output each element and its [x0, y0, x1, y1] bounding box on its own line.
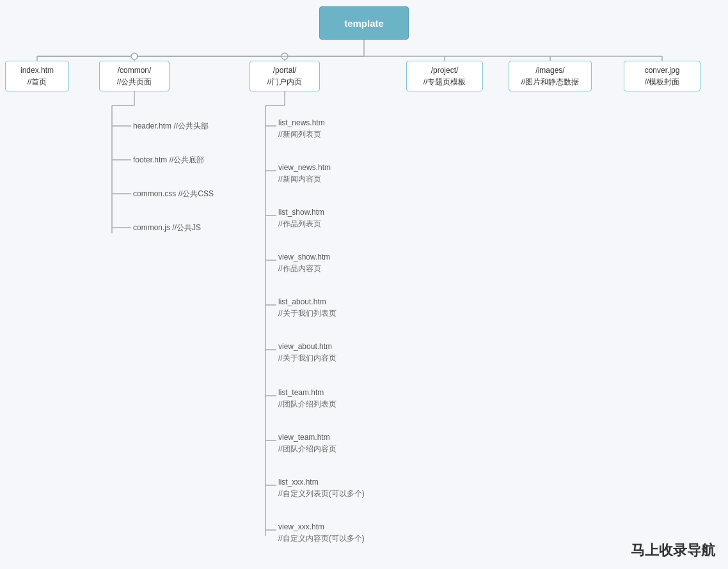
watermark: 马上收录导航	[631, 541, 715, 560]
svg-point-10	[131, 53, 138, 59]
leaf-list-xxx: list_xxx.htm //自定义列表页(可以多个)	[278, 476, 365, 499]
leaf-footer: footer.htm //公共底部	[133, 154, 204, 166]
l1-label-conver: conver.jpg//模板封面	[645, 65, 680, 88]
l1-label-index: index.htm//首页	[20, 65, 54, 88]
leaf-list-team: list_team.htm //团队介绍列表页	[278, 387, 336, 410]
leaf-view-show: view_show.htm //作品内容页	[278, 251, 330, 274]
svg-point-5	[281, 53, 288, 59]
leaf-header: header.htm //公共头部	[133, 120, 209, 132]
l1-label-images: /images///图片和静态数据	[521, 65, 580, 88]
l1-node-images: /images///图片和静态数据	[509, 61, 592, 91]
leaf-list-about: list_about.htm //关于我们列表页	[278, 296, 336, 319]
leaf-view-xxx: view_xxx.htm //自定义内容页(可以多个)	[278, 521, 365, 544]
root-label: template	[344, 18, 384, 29]
diagram-container: template index.htm//首页 /common///公共页面 /p…	[0, 0, 728, 569]
l1-node-conver: conver.jpg//模板封面	[624, 61, 700, 91]
leaf-list-show: list_show.htm //作品列表页	[278, 207, 324, 230]
leaf-view-about: view_about.htm //关于我们内容页	[278, 341, 336, 364]
root-node: template	[319, 6, 409, 40]
l1-node-project: /project///专题页模板	[406, 61, 483, 91]
leaf-view-team: view_team.htm //团队介绍内容页	[278, 432, 336, 455]
l1-node-index: index.htm//首页	[5, 61, 69, 91]
leaf-list-news: list_news.htm //新闻列表页	[278, 117, 325, 140]
leaf-commonjs: common.js //公共JS	[133, 222, 201, 233]
l1-label-portal: /portal///门户内页	[267, 65, 303, 88]
l1-label-common: /common///公共页面	[117, 65, 152, 88]
l1-label-project: /project///专题页模板	[423, 65, 466, 88]
l1-node-portal: /portal///门户内页	[249, 61, 320, 91]
leaf-commoncss: common.css //公共CSS	[133, 188, 214, 199]
leaf-view-news: view_news.htm //新闻内容页	[278, 162, 331, 185]
l1-node-common: /common///公共页面	[99, 61, 170, 91]
